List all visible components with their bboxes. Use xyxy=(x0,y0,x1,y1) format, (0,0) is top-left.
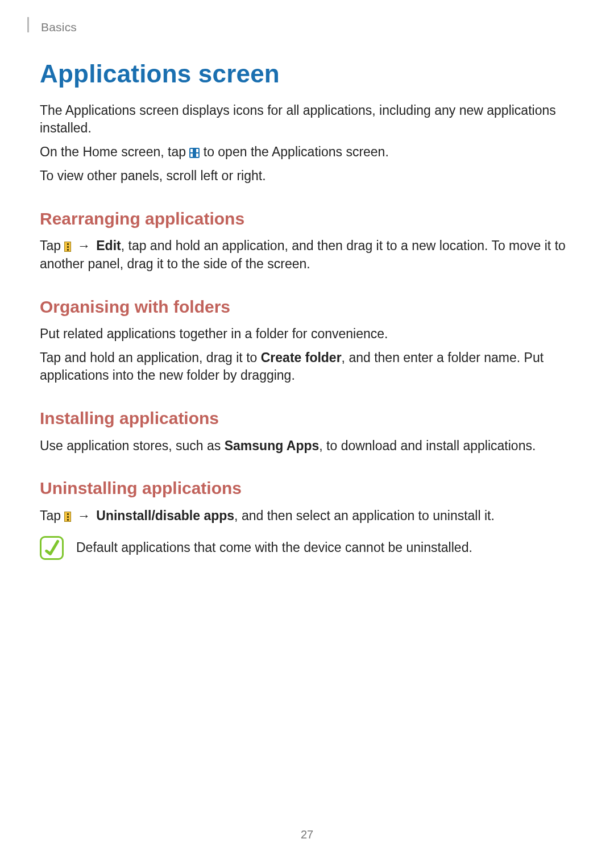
text: Tap xyxy=(40,238,64,253)
organising-p2: Tap and hold an application, drag it to … xyxy=(40,349,574,385)
edit-label: Edit xyxy=(96,238,121,253)
uninstall-label: Uninstall/disable apps xyxy=(96,508,234,523)
apps-grid-icon xyxy=(189,148,200,158)
samsung-apps-label: Samsung Apps xyxy=(225,438,320,453)
more-options-icon xyxy=(64,512,71,522)
more-options-icon xyxy=(64,242,71,252)
home-screen-line: On the Home screen, tap to open the Appl… xyxy=(40,143,574,161)
note-text: Default applications that come with the … xyxy=(76,539,472,557)
arrow-icon: → xyxy=(71,238,96,253)
heading-uninstalling: Uninstalling applications xyxy=(40,476,574,500)
header-rule xyxy=(27,17,29,32)
installing-line: Use application stores, such as Samsung … xyxy=(40,437,574,455)
page-number: 27 xyxy=(0,827,614,843)
arrow-icon: → xyxy=(71,508,96,523)
text: , to download and install applications. xyxy=(319,438,536,453)
page-content: Applications screen The Applications scr… xyxy=(0,0,614,560)
organising-p1: Put related applications together in a f… xyxy=(40,325,574,343)
heading-organising: Organising with folders xyxy=(40,295,574,318)
page-title: Applications screen xyxy=(40,57,574,92)
intro-paragraph: The Applications screen displays icons f… xyxy=(40,102,574,138)
uninstalling-line: Tap → Uninstall/disable apps, and then s… xyxy=(40,507,574,525)
create-folder-label: Create folder xyxy=(261,350,342,365)
rearranging-line: Tap → Edit, tap and hold an application,… xyxy=(40,237,574,273)
text: , and then select an application to unin… xyxy=(234,508,495,523)
heading-installing: Installing applications xyxy=(40,406,574,430)
text: to open the Applications screen. xyxy=(200,144,388,159)
heading-rearranging: Rearranging applications xyxy=(40,207,574,230)
text: On the Home screen, tap xyxy=(40,144,189,159)
note-row: Default applications that come with the … xyxy=(40,536,574,560)
section-header: Basics xyxy=(41,19,77,36)
text: Tap and hold an application, drag it to xyxy=(40,350,261,365)
scroll-line: To view other panels, scroll left or rig… xyxy=(40,167,574,185)
text: Tap xyxy=(40,508,64,523)
text: Use application stores, such as xyxy=(40,438,225,453)
note-icon xyxy=(40,536,64,560)
